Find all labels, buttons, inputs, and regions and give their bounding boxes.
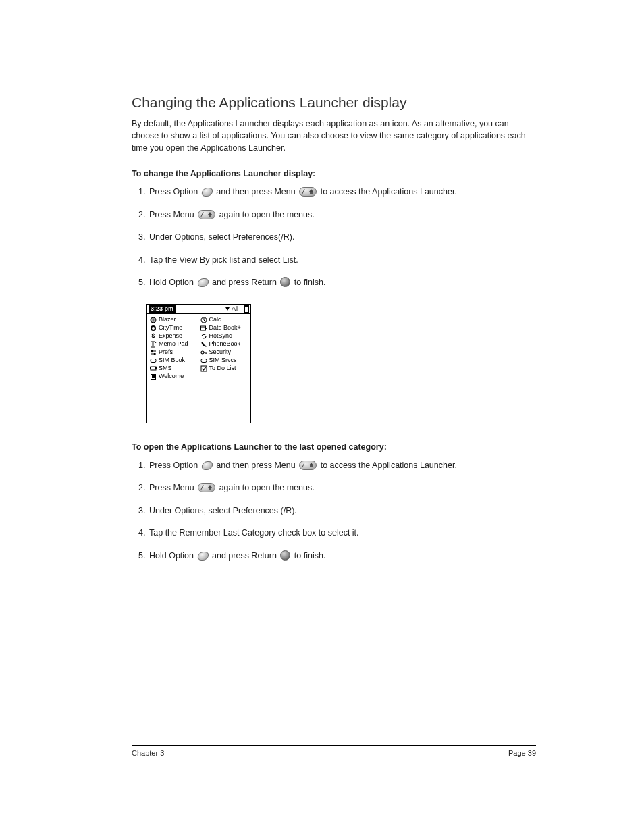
step: Press Menu again to open the menus. [148,209,536,221]
section2-steps: Press Option and then press Menu to acce… [132,460,536,563]
palm-app-label: SIM Srvcs [209,357,237,363]
palm-app-label: Calc [209,317,221,323]
intro-paragraph: By default, the Applications Launcher di… [132,118,536,154]
step-text: and press Return [212,278,277,287]
step-text: to finish. [294,278,326,287]
svg-rect-15 [201,359,207,362]
palm-app-label: SMS [159,365,172,371]
step-text: Press Menu [149,483,194,492]
palm-app-label: To Do List [209,365,236,371]
svg-point-5 [154,353,156,355]
palm-app: CityTime [150,324,198,332]
svg-rect-8 [150,367,151,369]
step-text: and then press Menu [216,461,295,470]
palm-screenshot: 3:23 pm All Blazer CityTime $Expense Mem… [146,304,251,423]
palm-app-grid: Blazer CityTime $Expense Memo Pad Prefs … [147,314,250,423]
step: Hold Option and press Return to finish. [148,550,536,563]
globe-dark-icon [150,325,157,332]
palm-app: SIM Srvcs [200,357,248,365]
step: Tap the View By pick list and select Lis… [148,255,536,267]
menu-key-icon [299,187,317,197]
palm-app: Memo Pad [150,340,198,348]
palm-category: All [225,305,249,313]
phone-icon [200,341,207,348]
return-key-icon [280,550,290,561]
footer-left: Chapter 3 [132,749,164,757]
step-text: Tap the View By pick list and select Lis… [149,255,298,265]
svg-point-4 [151,350,153,353]
globe-icon [150,317,157,323]
step-text: and then press Menu [216,187,295,197]
step: Press Option and then press Menu to acce… [148,186,536,199]
palm-app-label: Blazer [159,317,176,323]
section1-heading: To change the Applications Launcher disp… [132,169,536,178]
hotsync-icon [200,333,207,340]
palm-app-label: SIM Book [159,357,185,363]
svg-rect-6 [151,359,156,362]
svg-rect-9 [155,367,157,369]
palm-time: 3:23 pm [149,305,176,313]
palm-app-label: Date Book+ [209,325,241,331]
step: Press Option and then press Menu to acce… [148,460,536,472]
svg-point-2 [152,327,155,330]
step-text: Hold Option [149,551,194,561]
step: Under Options, select Preferences(/R). [148,232,536,244]
footer-right: Page 39 [508,749,536,757]
palm-app-label: Memo Pad [159,341,188,347]
palm-header: 3:23 pm All [147,305,250,314]
option-key-icon [200,461,213,470]
menu-key-icon [198,483,215,492]
calc-icon [200,317,207,323]
page-footer: Chapter 3 Page 39 [132,745,536,757]
palm-app-label: PhoneBook [209,341,241,347]
key-icon [200,349,207,356]
svg-rect-13 [200,326,205,330]
step-text: Tap the Remember Last Category check box… [149,528,359,538]
datebook-icon [200,325,207,332]
step-text: and press Return [212,551,277,561]
return-key-icon [280,277,290,287]
palm-app: $Expense [150,332,198,340]
option-key-icon [196,278,209,287]
palm-app: Security [200,348,248,357]
palm-app: PhoneBook [200,340,248,348]
memo-icon [150,341,157,348]
step-text: to access the Applications Launcher. [321,187,457,197]
palm-app-label: Welcome [159,373,184,380]
step-text: Under Options, select Preferences (/R). [149,506,297,515]
palm-app-label: Expense [159,333,182,339]
step: Under Options, select Preferences (/R). [148,505,536,517]
section1-steps: Press Option and then press Menu to acce… [132,186,536,289]
palm-app: SIM Book [150,357,198,365]
step-text: Hold Option [149,278,194,287]
svg-rect-16 [201,366,207,371]
palm-app: Welcome [150,373,198,381]
step-text: again to open the menus. [219,483,315,492]
option-key-icon [200,188,213,197]
palm-app: HotSync [200,332,248,340]
step-text: Press Option [149,187,198,197]
menu-key-icon [299,461,317,470]
svg-rect-11 [152,375,155,378]
palm-app: Blazer [150,316,198,324]
option-key-icon [196,552,209,561]
sms-icon [150,365,157,372]
step-text: Press Option [149,461,198,470]
menu-key-icon [198,210,215,219]
palm-app-label: HotSync [209,333,232,339]
step: Hold Option and press Return to finish. [148,277,536,289]
section2-heading: To open the Applications Launcher to the… [132,442,536,452]
sliders-icon [150,349,157,356]
step-text: to access the Applications Launcher. [321,461,457,470]
document-page: Changing the Applications Launcher displ… [0,0,644,834]
step-text: again to open the menus. [219,210,315,219]
step-text: to finish. [294,551,326,561]
palm-app: Calc [200,316,248,324]
dollar-icon: $ [150,333,157,340]
checkbox-icon [200,365,207,372]
palm-app-label: Security [209,349,232,355]
sim-icon [150,357,157,364]
step-text: Press Menu [149,210,194,219]
palm-category-label: All [232,306,238,312]
palm-app-label: Prefs [159,349,173,355]
